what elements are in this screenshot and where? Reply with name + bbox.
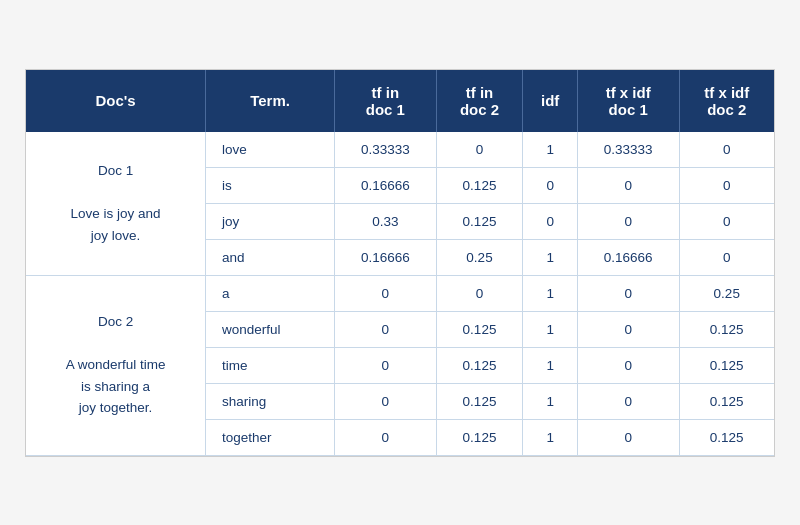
value-cell-tfidf1: 0.16666 [577,239,679,275]
header-tf2: tf in doc 2 [436,70,523,132]
header-row: Doc's Term. tf in doc 1 tf in doc 2 idf … [26,70,774,132]
value-cell-tf1: 0.16666 [335,167,437,203]
value-cell-tf2: 0.125 [436,311,523,347]
value-cell-tfidf1: 0 [577,419,679,455]
header-idf: idf [523,70,578,132]
value-cell-tf1: 0 [335,311,437,347]
value-cell-tfidf1: 0.33333 [577,132,679,168]
header-tfidf2: tf x idf doc 2 [679,70,774,132]
value-cell-tfidf1: 0 [577,347,679,383]
doc-cell: Doc 2 A wonderful time is sharing a joy … [26,275,206,455]
term-cell: love [206,132,335,168]
term-cell: joy [206,203,335,239]
value-cell-idf: 1 [523,347,578,383]
main-table-wrapper: Doc's Term. tf in doc 1 tf in doc 2 idf … [25,69,775,457]
value-cell-tf1: 0.33 [335,203,437,239]
value-cell-tfidf1: 0 [577,311,679,347]
value-cell-idf: 1 [523,275,578,311]
header-docs: Doc's [26,70,206,132]
term-cell: a [206,275,335,311]
value-cell-tf1: 0 [335,383,437,419]
value-cell-tf2: 0 [436,132,523,168]
table-row: Doc 2 A wonderful time is sharing a joy … [26,275,774,311]
term-cell: and [206,239,335,275]
value-cell-tf2: 0.25 [436,239,523,275]
value-cell-tfidf2: 0 [679,239,774,275]
value-cell-idf: 1 [523,132,578,168]
value-cell-tf2: 0.125 [436,203,523,239]
term-cell: is [206,167,335,203]
value-cell-tfidf1: 0 [577,167,679,203]
value-cell-idf: 1 [523,311,578,347]
value-cell-tfidf1: 0 [577,203,679,239]
value-cell-idf: 0 [523,203,578,239]
value-cell-tf1: 0 [335,347,437,383]
value-cell-tf2: 0 [436,275,523,311]
value-cell-tf2: 0.125 [436,347,523,383]
value-cell-tfidf1: 0 [577,275,679,311]
value-cell-tfidf2: 0 [679,203,774,239]
value-cell-tfidf2: 0.125 [679,419,774,455]
value-cell-idf: 1 [523,383,578,419]
value-cell-tfidf2: 0.25 [679,275,774,311]
header-tf1: tf in doc 1 [335,70,437,132]
header-tfidf1: tf x idf doc 1 [577,70,679,132]
value-cell-idf: 1 [523,419,578,455]
value-cell-tf2: 0.125 [436,419,523,455]
value-cell-tfidf2: 0 [679,132,774,168]
value-cell-tf1: 0.33333 [335,132,437,168]
value-cell-tfidf2: 0.125 [679,347,774,383]
value-cell-tfidf1: 0 [577,383,679,419]
value-cell-tf2: 0.125 [436,167,523,203]
value-cell-tf1: 0 [335,419,437,455]
value-cell-tf1: 0.16666 [335,239,437,275]
term-cell: wonderful [206,311,335,347]
header-term: Term. [206,70,335,132]
tfidf-table: Doc's Term. tf in doc 1 tf in doc 2 idf … [26,70,774,456]
value-cell-tf1: 0 [335,275,437,311]
value-cell-tf2: 0.125 [436,383,523,419]
value-cell-tfidf2: 0 [679,167,774,203]
term-cell: time [206,347,335,383]
table-body: Doc 1 Love is joy and joy love.love0.333… [26,132,774,456]
doc-cell: Doc 1 Love is joy and joy love. [26,132,206,276]
value-cell-idf: 0 [523,167,578,203]
table-row: Doc 1 Love is joy and joy love.love0.333… [26,132,774,168]
term-cell: sharing [206,383,335,419]
value-cell-tfidf2: 0.125 [679,311,774,347]
value-cell-tfidf2: 0.125 [679,383,774,419]
term-cell: together [206,419,335,455]
value-cell-idf: 1 [523,239,578,275]
